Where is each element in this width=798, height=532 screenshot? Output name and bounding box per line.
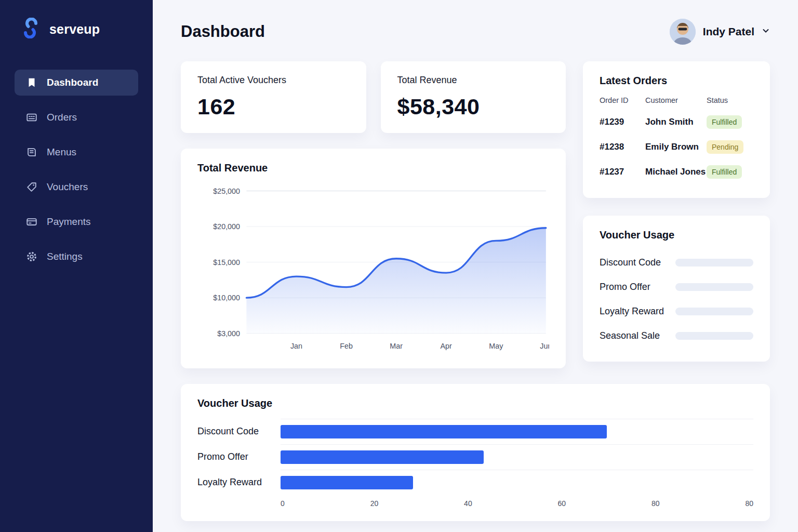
order-customer: Emily Brown xyxy=(645,136,707,158)
page-header: Dashboard Indy Patel xyxy=(181,19,770,45)
stat-label: Total Active Vouchers xyxy=(197,75,350,86)
order-status: Fulfilled xyxy=(707,110,753,135)
latest-orders-table: Order ID Customer Status #1239 John Smit… xyxy=(600,96,753,184)
status-badge: Fulfilled xyxy=(707,115,742,129)
sidebar-item-label: Menus xyxy=(47,147,76,158)
sidebar-item-dashboard[interactable]: Dashboard xyxy=(15,70,138,96)
sidebar-item-label: Payments xyxy=(47,216,90,228)
bar xyxy=(281,425,607,438)
axis-tick: 0 xyxy=(281,499,285,508)
sidebar-item-vouchers[interactable]: Vouchers xyxy=(15,174,138,200)
voucher-usage-row: Seasonal Sale xyxy=(600,324,753,348)
svg-text:$25,000: $25,000 xyxy=(213,187,240,195)
axis-tick: 20 xyxy=(370,499,379,508)
progress-track xyxy=(675,283,753,291)
svg-text:Apr: Apr xyxy=(441,342,453,350)
sidebar-item-payments[interactable]: Payments xyxy=(15,209,138,235)
bar-track xyxy=(281,444,753,470)
bar-category-label: Promo Offer xyxy=(197,451,281,462)
progress-track xyxy=(675,308,753,315)
svg-text:$15,000: $15,000 xyxy=(213,258,240,267)
svg-text:$20,000: $20,000 xyxy=(213,222,240,231)
main-content: Dashboard Indy Patel Total Acti xyxy=(153,0,798,532)
orders-icon xyxy=(26,112,37,123)
avatar xyxy=(670,19,696,45)
sidebar-item-label: Settings xyxy=(47,251,83,262)
svg-text:Feb: Feb xyxy=(340,342,353,350)
menu-book-icon xyxy=(26,147,37,158)
svg-text:Jan: Jan xyxy=(290,342,302,350)
logo: serveup xyxy=(15,18,138,41)
svg-text:$10,000: $10,000 xyxy=(213,294,240,302)
sidebar-item-menus[interactable]: Menus xyxy=(15,139,138,165)
voucher-label: Discount Code xyxy=(600,257,661,268)
voucher-label: Seasonal Sale xyxy=(600,330,660,341)
bar-category-label: Discount Code xyxy=(197,426,281,437)
serveup-logo-icon xyxy=(19,18,43,41)
stat-value: $58,340 xyxy=(397,94,550,119)
user-menu[interactable]: Indy Patel xyxy=(670,19,770,45)
bar-track xyxy=(281,470,753,495)
order-id: #1237 xyxy=(600,161,645,183)
gear-icon xyxy=(26,251,37,262)
column-header-order-id: Order ID xyxy=(600,96,645,110)
column-header-customer: Customer xyxy=(645,96,707,110)
logo-text: serveup xyxy=(49,22,100,37)
latest-orders-title: Latest Orders xyxy=(600,75,753,87)
progress-track xyxy=(675,259,753,267)
sidebar-item-label: Dashboard xyxy=(47,77,98,88)
voucher-usage-row: Promo Offer xyxy=(600,275,753,299)
user-name: Indy Patel xyxy=(703,25,754,38)
bar-chart-title: Voucher Usage xyxy=(197,397,753,409)
voucher-usage-row: Discount Code xyxy=(600,250,753,275)
latest-orders-card: Latest Orders Order ID Customer Status #… xyxy=(583,61,770,198)
bar xyxy=(281,476,413,489)
chevron-down-icon xyxy=(762,26,770,37)
sidebar-item-orders[interactable]: Orders xyxy=(15,104,138,130)
order-status: Pending xyxy=(707,135,753,159)
order-id: #1239 xyxy=(600,111,645,133)
bookmark-icon xyxy=(26,77,37,88)
revenue-line-chart: $3,000$10,000$15,000$20,000$25,000JanFeb… xyxy=(197,183,549,355)
bar-row: Promo Offer xyxy=(197,444,753,470)
svg-text:Mar: Mar xyxy=(390,342,403,350)
stat-label: Total Revenue xyxy=(397,75,550,86)
order-status: Fulfilled xyxy=(707,159,753,184)
order-customer: Michael Jones xyxy=(645,161,707,183)
sidebar-item-label: Orders xyxy=(47,112,77,123)
status-badge: Fulfilled xyxy=(707,165,742,179)
chart-title: Total Revenue xyxy=(197,162,549,174)
voucher-usage-card: Voucher Usage Discount Code Promo Offer … xyxy=(583,216,770,362)
bar-row: Loyalty Reward xyxy=(197,470,753,495)
credit-card-icon xyxy=(26,216,37,228)
axis-tick: 80 xyxy=(745,499,753,508)
sidebar-item-settings[interactable]: Settings xyxy=(15,244,138,270)
axis-tick: 80 xyxy=(651,499,660,508)
bar-track xyxy=(281,419,753,444)
status-badge: Pending xyxy=(707,140,743,154)
voucher-usage-row: Loyalty Reward xyxy=(600,299,753,324)
stat-card-total-revenue: Total Revenue $58,340 xyxy=(381,61,566,133)
bar-row: Discount Code xyxy=(197,419,753,444)
stat-card-active-vouchers: Total Active Vouchers 162 xyxy=(181,61,366,133)
svg-text:$3,000: $3,000 xyxy=(217,329,240,338)
stat-value: 162 xyxy=(197,94,350,119)
order-id: #1238 xyxy=(600,136,645,158)
sidebar-item-label: Vouchers xyxy=(47,181,88,193)
column-header-status: Status xyxy=(707,96,753,110)
sidebar: serveup Dashboard Orders Menus xyxy=(0,0,153,532)
svg-text:May: May xyxy=(489,342,503,350)
tag-icon xyxy=(26,181,37,193)
progress-track xyxy=(675,332,753,340)
order-customer: John Smith xyxy=(645,111,707,133)
bar-category-label: Loyalty Reward xyxy=(197,477,281,488)
voucher-label: Promo Offer xyxy=(600,282,650,292)
revenue-chart-card: Total Revenue $3,000$10,000$15,000$20,00… xyxy=(181,149,566,368)
voucher-usage-title: Voucher Usage xyxy=(600,229,753,241)
svg-text:Jun: Jun xyxy=(540,342,549,350)
axis-tick: 60 xyxy=(558,499,566,508)
voucher-usage-bar-chart-card: Voucher Usage Discount Code Promo Offer … xyxy=(181,384,770,521)
page-title: Dashboard xyxy=(181,22,265,41)
voucher-label: Loyalty Reward xyxy=(600,306,664,317)
axis-tick: 40 xyxy=(464,499,472,508)
